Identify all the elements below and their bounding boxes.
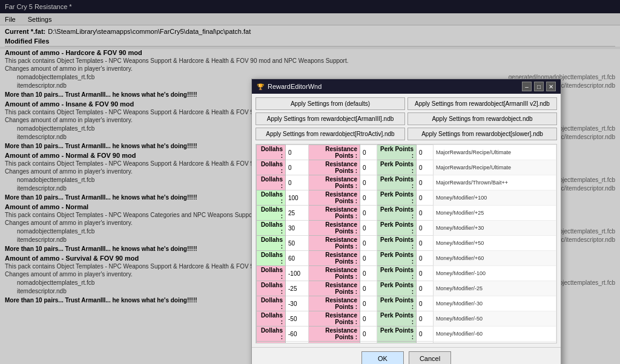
table-row[interactable]: Dollahs : -50 Resistance Points : 0 Perk… (257, 311, 556, 327)
resistance-value[interactable]: 0 (360, 221, 377, 236)
perk-value[interactable]: 0 (417, 311, 434, 327)
apply-btn-slower[interactable]: Apply Settings from rewardobject[slower]… (407, 128, 557, 140)
perk-label: Perk Points : (377, 266, 417, 281)
perk-value[interactable]: 0 (417, 327, 434, 342)
apply-btn-armaniii[interactable]: Apply Settings from rewardobject[ArmanII… (256, 112, 405, 125)
resistance-label: Resistance Points : (309, 175, 360, 190)
dollahs-value[interactable]: -100 (286, 266, 309, 281)
dollahs-label: Dollahs : (257, 342, 286, 344)
table-row[interactable]: Dollahs : 30 Resistance Points : 0 Perk … (257, 221, 556, 236)
resistance-value[interactable]: 0 (360, 190, 377, 206)
resistance-value[interactable]: 0 (360, 206, 377, 221)
resistance-value[interactable]: 0 (360, 342, 377, 344)
resistance-value[interactable]: 0 (360, 311, 377, 327)
dollahs-value[interactable]: 50 (286, 236, 309, 251)
perk-value[interactable]: 0 (417, 160, 434, 175)
resistance-label: Resistance Points : (309, 311, 360, 327)
apply-buttons-grid: Apply Settings from (defaults) Apply Set… (256, 97, 557, 140)
reward-table-container: Dollahs : 0 Resistance Points : 0 Perk P… (256, 144, 557, 343)
dollahs-label: Dollahs : (257, 311, 286, 327)
table-row[interactable]: Dollahs : -30 Resistance Points : 0 Perk… (257, 296, 556, 311)
path-value: MajorRewards/Recipe/Ultimate (434, 160, 556, 175)
resistance-label: Resistance Points : (309, 145, 360, 160)
path-value: Money/Modifier/+25 (434, 206, 556, 221)
table-row[interactable]: Dollahs : -100 Resistance Points : 0 Per… (257, 266, 556, 281)
perk-value[interactable]: 0 (417, 175, 434, 190)
resistance-label: Resistance Points : (309, 206, 360, 221)
table-row[interactable]: Dollahs : 100 Resistance Points : 0 Perk… (257, 190, 556, 206)
perk-value[interactable]: 0 (417, 190, 434, 206)
dollahs-value[interactable]: 0 (286, 175, 309, 190)
dollahs-label: Dollahs : (257, 266, 286, 281)
apply-btn-defaults[interactable]: Apply Settings from (defaults) (256, 97, 405, 110)
modal-close-button[interactable]: ✕ (546, 82, 556, 91)
resistance-value[interactable]: 0 (360, 145, 377, 160)
dollahs-value[interactable]: -50 (286, 311, 309, 327)
perk-value[interactable]: 0 (417, 145, 434, 160)
resistance-value[interactable]: 0 (360, 296, 377, 311)
apply-btn-rewardobject[interactable]: Apply Settings from rewardobject.ndb (407, 112, 557, 125)
dollahs-value[interactable]: -25 (286, 281, 309, 296)
dollahs-value[interactable]: 0 (286, 160, 309, 175)
path-value: Money/Modifier/-100 (434, 266, 556, 281)
perk-value[interactable]: 0 (417, 296, 434, 311)
perk-value[interactable]: 0 (417, 281, 434, 296)
table-row[interactable]: Dollahs : 0 Resistance Points : 0 Perk P… (257, 160, 556, 175)
dollahs-label: Dollahs : (257, 236, 286, 251)
dollahs-value[interactable]: -30 (286, 296, 309, 311)
perk-label: Perk Points : (377, 311, 417, 327)
dollahs-label: Dollahs : (257, 190, 286, 206)
dollahs-label: Dollahs : (257, 145, 286, 160)
cancel-button[interactable]: Cancel (409, 351, 451, 364)
table-row[interactable]: Dollahs : 60 Resistance Points : 0 Perk … (257, 251, 556, 266)
dollahs-label: Dollahs : (257, 327, 286, 342)
dollahs-value[interactable]: 30 (286, 221, 309, 236)
path-value: MajorRewards/Recipe/Ultimate (434, 145, 556, 160)
dollahs-value[interactable]: 100 (286, 190, 309, 206)
resistance-value[interactable]: 0 (360, 236, 377, 251)
table-row[interactable]: Dollahs : 50 Resistance Points : 0 Perk … (257, 236, 556, 251)
resistance-label: Resistance Points : (309, 251, 360, 266)
resistance-label: Resistance Points : (309, 296, 360, 311)
path-value: Money/Modifier/-50 (434, 311, 556, 327)
dollahs-value[interactable]: -60 (286, 327, 309, 342)
path-value: Money/Modifier/+50 (434, 236, 556, 251)
dollahs-value[interactable]: -75 (286, 342, 309, 344)
dollahs-value[interactable]: 0 (286, 145, 309, 160)
resistance-label: Resistance Points : (309, 266, 360, 281)
apply-btn-rtroactiv[interactable]: Apply Settings from rewardobject[RtroAct… (256, 128, 405, 140)
table-row[interactable]: Dollahs : -25 Resistance Points : 0 Perk… (257, 281, 556, 296)
modal-minimize-button[interactable]: – (522, 82, 532, 91)
dollahs-label: Dollahs : (257, 221, 286, 236)
dollahs-value[interactable]: 60 (286, 251, 309, 266)
dollahs-label: Dollahs : (257, 206, 286, 221)
path-value: MajorRewards/Thrown/Bait++ (434, 175, 556, 190)
perk-value[interactable]: 0 (417, 221, 434, 236)
resistance-value[interactable]: 0 (360, 251, 377, 266)
modal-footer: OK Cancel (252, 347, 561, 364)
table-row[interactable]: Dollahs : -75 Resistance Points : 0 Perk… (257, 342, 556, 344)
table-row[interactable]: Dollahs : 25 Resistance Points : 0 Perk … (257, 206, 556, 221)
resistance-value[interactable]: 0 (360, 327, 377, 342)
path-value: Money/Modifier/+30 (434, 221, 556, 236)
resistance-value[interactable]: 0 (360, 160, 377, 175)
perk-value[interactable]: 0 (417, 251, 434, 266)
perk-value[interactable]: 0 (417, 342, 434, 344)
perk-value[interactable]: 0 (417, 266, 434, 281)
resistance-label: Resistance Points : (309, 327, 360, 342)
resistance-value[interactable]: 0 (360, 175, 377, 190)
perk-value[interactable]: 0 (417, 236, 434, 251)
perk-label: Perk Points : (377, 145, 417, 160)
apply-btn-armaniii-v2[interactable]: Apply Settings from rewardobject[ArmanII… (407, 97, 557, 110)
resistance-value[interactable]: 0 (360, 281, 377, 296)
resistance-value[interactable]: 0 (360, 266, 377, 281)
modal-title-bar: 🏆 RewardEditorWnd – □ ✕ (252, 79, 561, 94)
modal-maximize-button[interactable]: □ (534, 82, 544, 91)
table-row[interactable]: Dollahs : 0 Resistance Points : 0 Perk P… (257, 175, 556, 190)
table-row[interactable]: Dollahs : -60 Resistance Points : 0 Perk… (257, 327, 556, 342)
table-row[interactable]: Dollahs : 0 Resistance Points : 0 Perk P… (257, 145, 556, 160)
path-value: Money/Modifier/-75 (434, 342, 556, 344)
dollahs-value[interactable]: 25 (286, 206, 309, 221)
ok-button[interactable]: OK (361, 351, 404, 364)
perk-value[interactable]: 0 (417, 206, 434, 221)
